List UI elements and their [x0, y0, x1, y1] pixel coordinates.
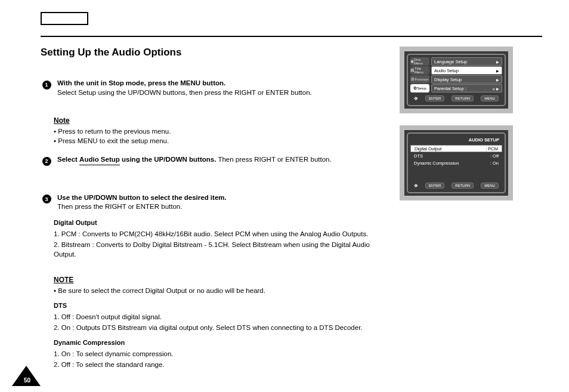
- osd-return-button: RETURN: [452, 183, 474, 189]
- step-badge: 2: [42, 157, 51, 166]
- tab-label: Function: [415, 78, 428, 81]
- chevron-right-icon: [496, 68, 499, 73]
- item-text: 2. Bitstream : Converts to Dolby Digital…: [54, 240, 386, 259]
- right-column: Disc Menu Title Menu Function Setup Lang…: [400, 43, 513, 372]
- osd-return-button: RETURN: [452, 95, 474, 101]
- note-heading: Note: [54, 116, 70, 125]
- row-label: Display Setup: [434, 77, 462, 82]
- list-item: 1. PCM : Converts to PCM(2CH) 48kHz/16Bi…: [54, 230, 386, 239]
- chevron-right-icon: [496, 86, 499, 91]
- option-title: Dynamic Compression: [54, 339, 125, 346]
- osd-menu-button: MENU: [481, 95, 499, 101]
- step-text: Then press RIGHT or ENTER button.: [218, 156, 331, 163]
- step-number: 3: [41, 193, 52, 212]
- header-rule: [41, 36, 542, 37]
- dpad-icon: [414, 96, 418, 101]
- row-label: Dynamic Compression: [414, 160, 459, 166]
- row-label: Audio Setup: [434, 68, 459, 73]
- osd-tab-function: Function: [410, 75, 429, 84]
- option-dynamic-compression: Dynamic Compression 1. On : To select dy…: [54, 339, 386, 370]
- row-value: : Off: [490, 153, 499, 159]
- page-number: 50: [24, 377, 30, 384]
- item-text: 2. On : Outputs DTS Bitstream via digita…: [54, 323, 386, 333]
- row-label: Digital Output: [415, 146, 441, 152]
- row-label: Language Setup: [434, 59, 467, 64]
- tab-label: Title Menu: [415, 67, 429, 74]
- page-title: Setting Up the Audio Options: [41, 47, 386, 58]
- section-tag-box: Setup: [41, 12, 88, 25]
- note-body: • Be sure to select the correct Digital …: [54, 286, 386, 296]
- row-label: DTS: [414, 153, 423, 159]
- step-number: 1: [41, 79, 52, 97]
- osd-panel: AUDIO SETUP Digital Output: PCM DTS: Off…: [407, 132, 506, 193]
- step-body: Select Audio Setup using the UP/DOWN but…: [57, 155, 386, 166]
- osd-tab-setup: Setup: [410, 84, 429, 92]
- step-badge: 3: [42, 195, 51, 203]
- step-lead: Select Audio Setup using the UP/DOWN but…: [57, 156, 216, 163]
- osd-screenshot-setup-menu: Disc Menu Title Menu Function Setup Lang…: [400, 47, 513, 113]
- osd-button-bar: ENTER RETURN MENU: [410, 94, 502, 103]
- option-dts: DTS 1. Off : Doesn't output digital sign…: [54, 302, 386, 333]
- row-label: Parental Setup :: [434, 86, 466, 91]
- tab-label: Setup: [417, 87, 426, 90]
- enter-underline: Audio Setup: [79, 155, 120, 165]
- options-block: Digital Output 1. PCM : Converts to PCM(…: [54, 219, 386, 370]
- step-3: 3 Use the UP/DOWN button to select the d…: [41, 193, 386, 212]
- osd-button-bar: ENTER RETURN MENU: [410, 181, 502, 190]
- osd-row-dts: DTS: Off: [410, 152, 502, 159]
- list-item: 2. Off : To select the standard range.: [54, 360, 386, 370]
- step-text: Select Setup using the UP/DOWN buttons, …: [57, 89, 312, 96]
- item-text: 2. Off : To select the standard range.: [54, 360, 386, 370]
- step-number: 2: [41, 155, 52, 166]
- osd-enter-button: ENTER: [425, 183, 444, 189]
- item-text: 1. Off : Doesn't output digital signal.: [54, 313, 386, 322]
- osd-sidebar: Disc Menu Title Menu Function Setup: [410, 57, 429, 92]
- list-item: 2. On : Outputs DTS Bitstream via digita…: [54, 323, 386, 333]
- step-body: Use the UP/DOWN button to select the des…: [57, 193, 386, 212]
- osd-body: Language Setup Audio Setup Display Setup…: [431, 57, 502, 92]
- item-text: 1. On : To select dynamic compression.: [54, 350, 386, 359]
- row-value: : PCM: [485, 146, 498, 152]
- step-badge: 1: [42, 81, 51, 89]
- osd-row-parental-setup: Parental Setup :: [431, 84, 502, 92]
- step-text: Then press the RIGHT or ENTER button.: [57, 203, 182, 210]
- list-item: 1. Off : Doesn't output digital signal.: [54, 313, 386, 322]
- step-body: With the unit in Stop mode, press the ME…: [57, 79, 386, 97]
- step-2: 2 Select Audio Setup using the UP/DOWN b…: [41, 155, 386, 166]
- tab-label: Disc Menu: [414, 58, 429, 65]
- osd-screen-title: AUDIO SETUP: [410, 136, 502, 145]
- list-item: 2. Bitstream : Converts to Dolby Digital…: [54, 240, 386, 259]
- chevron-right-icon: [496, 77, 499, 82]
- title-icon: [410, 68, 415, 73]
- row-value: : On: [490, 160, 499, 166]
- option-note-block: NOTE • Be sure to select the correct Dig…: [54, 265, 386, 296]
- option-title: DTS: [54, 302, 67, 309]
- osd-screenshot-audio-setup: AUDIO SETUP Digital Output: PCM DTS: Off…: [400, 125, 513, 200]
- list-item: 1. On : To select dynamic compression.: [54, 350, 386, 359]
- note-heading: NOTE: [54, 276, 73, 284]
- chevron-right-icon: [496, 59, 499, 64]
- note-line-1: • Press to return to the previous menu.: [54, 127, 386, 137]
- osd-panel: Disc Menu Title Menu Function Setup Lang…: [407, 54, 506, 106]
- osd-tab-disc-menu: Disc Menu: [410, 57, 429, 66]
- note-line-2: • Press MENU to exit the setup menu.: [54, 137, 386, 146]
- osd-row-digital-output: Digital Output: PCM: [410, 145, 502, 152]
- osd-row-display-setup: Display Setup: [431, 75, 502, 84]
- option-list: 1. PCM : Converts to PCM(2CH) 48kHz/16Bi…: [54, 230, 386, 260]
- left-column: Setting Up the Audio Options 1 With the …: [41, 43, 386, 372]
- osd-menu-button: MENU: [481, 183, 499, 189]
- osd-row-audio-setup: Audio Setup: [431, 66, 502, 75]
- item-text: 1. PCM : Converts to PCM(2CH) 48kHz/16Bi…: [54, 230, 386, 239]
- lock-icon: [493, 86, 495, 91]
- step-1: 1 With the unit in Stop mode, press the …: [41, 79, 386, 97]
- step-lead: With the unit in Stop mode, press the ME…: [57, 79, 225, 87]
- dpad-icon: [414, 183, 418, 189]
- step-lead: Use the UP/DOWN button to select the des…: [57, 194, 227, 201]
- mid-note-block: Note • Press to return to the previous m…: [54, 106, 386, 146]
- option-list: 1. On : To select dynamic compression. 2…: [54, 350, 386, 370]
- option-title: Digital Output: [54, 219, 97, 226]
- main-content: Setting Up the Audio Options 1 With the …: [41, 43, 542, 372]
- osd-tab-title-menu: Title Menu: [410, 66, 429, 75]
- option-list: 1. Off : Doesn't output digital signal. …: [54, 313, 386, 333]
- option-digital-output: Digital Output 1. PCM : Converts to PCM(…: [54, 219, 386, 260]
